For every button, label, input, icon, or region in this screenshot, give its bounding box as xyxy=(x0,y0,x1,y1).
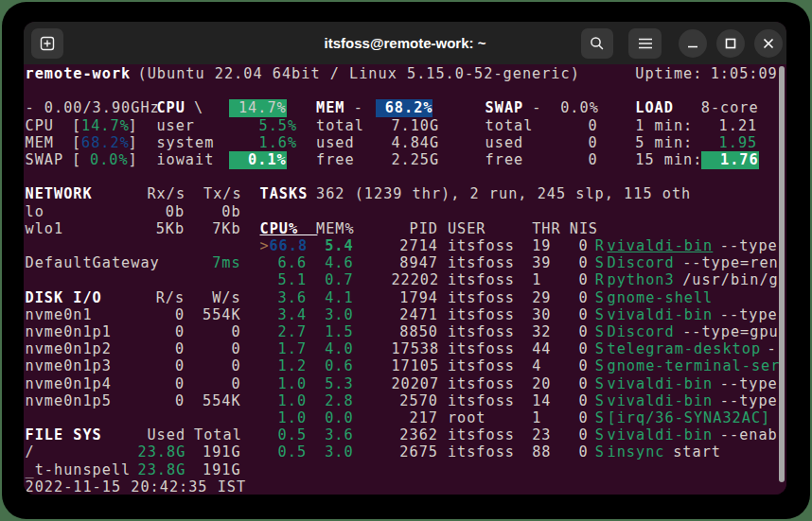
quicklook-value-MEM: 68.2% xyxy=(81,134,129,152)
filesys-used-1: 23.8G xyxy=(138,461,185,479)
network-tx-lo: 0b xyxy=(203,203,241,221)
maximize-button[interactable] xyxy=(716,29,745,58)
task-mem-22202: 0.7 xyxy=(316,271,354,289)
cpu-row-label-user: user xyxy=(156,117,195,135)
diskio-r-nvme0n1p4: 0 xyxy=(138,375,185,393)
gateway-label: DefaultGateway xyxy=(26,254,160,272)
task-pid-17105: 17105 xyxy=(391,357,438,375)
titlebar[interactable]: itsfoss@remote-work: ~ xyxy=(24,22,786,64)
diskio-name-nvme0n1p1: nvme0n1p1 xyxy=(26,323,112,341)
task-state-8947: S xyxy=(595,254,605,272)
swap-percent: 0.0% xyxy=(551,99,599,117)
task-cpu-2675: 0.5 xyxy=(269,443,307,461)
task-mem-17105: 0.6 xyxy=(316,357,354,375)
task-cpu-217: 1.0 xyxy=(269,409,307,427)
cpu-freq: - 0.00/3.90GHz xyxy=(26,99,160,117)
task-thr-2675: 88 xyxy=(532,443,551,461)
cpu-row-label-iowait: iowait xyxy=(156,151,214,169)
task-thr-8947: 39 xyxy=(532,254,551,272)
task-mem-1794: 4.1 xyxy=(316,289,354,307)
task-pid-1794: 1794 xyxy=(391,289,438,307)
network-rx-lo: 0b xyxy=(147,203,185,221)
minimize-icon xyxy=(687,38,698,49)
diskio-r-nvme0n1p5: 0 xyxy=(138,392,185,410)
task-selector: > xyxy=(260,237,270,255)
cpu-total-badge: 14.7% xyxy=(229,99,287,117)
task-ni-2471: 0 xyxy=(570,306,589,324)
task-ni-8850: 0 xyxy=(570,323,589,341)
diskio-w-nvme0n1: 554K xyxy=(194,306,241,324)
diskio-w-nvme0n1p1: 0 xyxy=(194,323,241,341)
task-mem-2471: 3.0 xyxy=(316,306,354,324)
task-state-2362: S xyxy=(595,426,605,444)
task-state-1794: S xyxy=(595,289,605,307)
task-mem-8850: 1.5 xyxy=(316,323,354,341)
task-state-2471: S xyxy=(595,306,605,324)
task-state-20207: S xyxy=(595,375,605,393)
swap-row-value-used: 0 xyxy=(551,134,598,152)
task-cmd-8947: Discord xyxy=(608,254,675,272)
network-col2: Tx/s xyxy=(203,185,241,203)
swap-row-value-total: 0 xyxy=(551,117,598,135)
network-iface-wlo1: wlo1 xyxy=(26,220,64,238)
uptime-value: 1:05:09 xyxy=(711,65,778,83)
filesys-total-0: 191G xyxy=(194,443,241,461)
tasks-header-mem: MEM% xyxy=(316,220,354,238)
close-button[interactable] xyxy=(754,29,783,58)
diskio-name-nvme0n1p4: nvme0n1p4 xyxy=(26,375,112,393)
task-ni-1794: 0 xyxy=(570,289,589,307)
task-thr-2471: 30 xyxy=(532,306,551,324)
search-button[interactable] xyxy=(581,28,613,59)
task-pid-2471: 2471 xyxy=(391,306,438,324)
cpu-spinner: \ xyxy=(194,99,203,117)
task-args-2362: --enab xyxy=(711,426,778,444)
task-state-17105: S xyxy=(595,357,605,375)
cpu-title: CPU xyxy=(156,99,185,117)
task-cmd-2714: vivaldi-bin xyxy=(608,237,714,255)
task-ni-2362: 0 xyxy=(570,426,589,444)
task-args-22202: /usr/bin/g xyxy=(673,271,779,289)
network-tx-wlo1: 7Kb xyxy=(203,220,241,238)
task-cmd-22202: python3 xyxy=(608,271,675,289)
menu-button[interactable] xyxy=(628,28,662,59)
task-cpu-2570: 1.0 xyxy=(269,392,307,410)
network-iface-lo: lo xyxy=(26,203,44,221)
task-cpu-17538: 1.7 xyxy=(269,340,307,358)
task-pid-2570: 2570 xyxy=(391,392,438,410)
filesys-title: FILE SYS xyxy=(26,426,102,444)
task-thr-217: 1 xyxy=(532,409,541,427)
task-pid-22202: 22202 xyxy=(391,271,438,289)
tasks-header-pid: PID xyxy=(391,220,438,238)
load-cores: 8-core xyxy=(701,99,759,117)
load-row-label-2: 15 min: xyxy=(635,151,702,169)
task-cpu-17105: 1.2 xyxy=(269,357,307,375)
filesys-col1: Used xyxy=(147,426,185,444)
task-ni-22202: 0 xyxy=(570,271,589,289)
task-cmd-2675: insync xyxy=(608,443,665,461)
swap-row-label-total: total xyxy=(485,117,534,135)
mem-dash: - xyxy=(354,99,363,117)
quicklook-bracket-close: ] xyxy=(129,151,138,169)
task-ni-17105: 0 xyxy=(570,357,589,375)
swap-row-label-used: used xyxy=(485,134,524,152)
quicklook-label-MEM: MEM xyxy=(26,134,54,152)
task-user-217: root xyxy=(448,409,486,427)
task-ni-217: 0 xyxy=(570,409,589,427)
diskio-r-nvme0n1p3: 0 xyxy=(138,357,185,375)
minimize-button[interactable] xyxy=(679,29,707,58)
task-mem-8947: 4.6 xyxy=(316,254,354,272)
task-mem-2675: 3.0 xyxy=(316,443,354,461)
quicklook-value-SWAP: 0.0% xyxy=(81,151,129,169)
task-cpu-8850: 2.7 xyxy=(269,323,307,341)
cpu-row-value-user: 5.5% xyxy=(251,117,298,135)
task-thr-17105: 4 xyxy=(532,357,541,375)
mem-row-label-total: total xyxy=(316,117,364,135)
task-cmd-1794: gnome-shell xyxy=(608,289,714,307)
scrollbar-thumb[interactable] xyxy=(779,66,785,482)
task-args-17538: - xyxy=(757,340,776,358)
mem-row-value-used: 4.84G xyxy=(391,134,438,152)
task-thr-8850: 32 xyxy=(532,323,551,341)
terminal-content: remote-work(Ubuntu 22.04 64bit / Linux 5… xyxy=(24,64,786,495)
diskio-name-nvme0n1p3: nvme0n1p3 xyxy=(26,357,112,375)
swap-dash: - xyxy=(532,99,541,117)
